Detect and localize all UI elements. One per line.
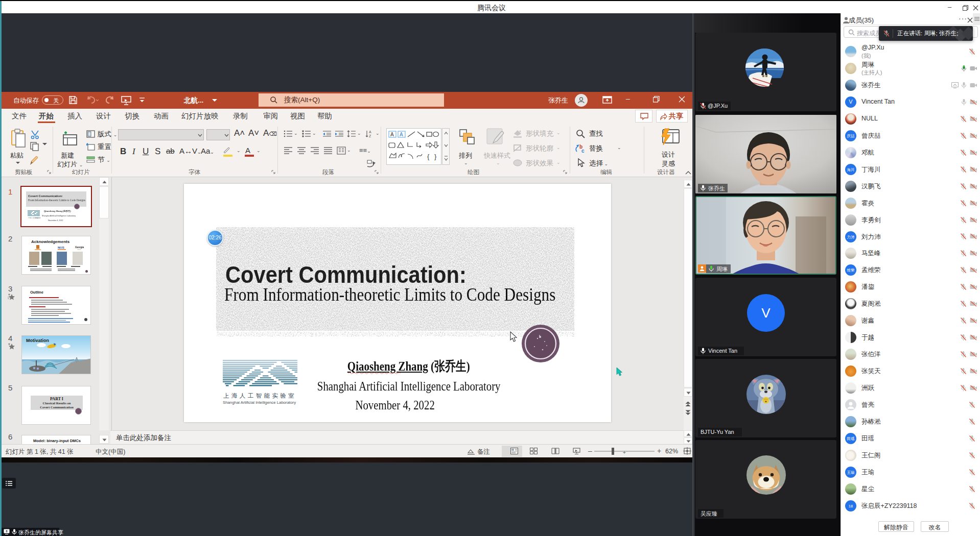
svg-text:{: {: [427, 153, 430, 160]
svg-text:上海人工智能实验室: 上海人工智能实验室: [28, 217, 40, 219]
svg-text:Shanghai Artificial Intelligen: Shanghai Artificial Intelligence Laborat…: [223, 400, 296, 405]
svg-text:A: A: [245, 146, 250, 155]
svg-text:}: }: [434, 153, 437, 160]
svg-text:A: A: [400, 132, 403, 137]
svg-text:A: A: [390, 132, 394, 137]
svg-text:上海人工智能实验室: 上海人工智能实验室: [223, 393, 296, 399]
svg-text:Motivation: Motivation: [26, 338, 49, 343]
svg-text:Tech: Tech: [77, 249, 81, 250]
svg-text:c: c: [581, 148, 585, 154]
svg-text:NUS: NUS: [58, 246, 64, 249]
